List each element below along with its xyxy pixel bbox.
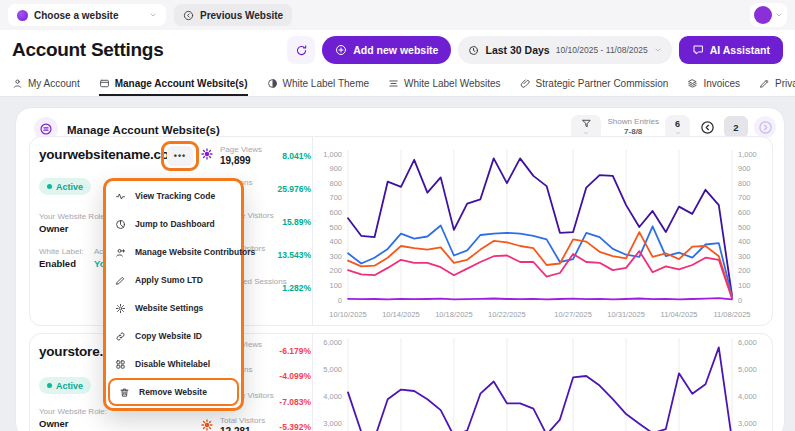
date-range-picker[interactable]: Last 30 Days 10/10/2025 - 11/08/2025 <box>458 36 671 64</box>
menu-item-remove-website[interactable]: Remove Website <box>108 378 239 406</box>
app-window: Choose a website Previous Website Accoun… <box>0 0 795 431</box>
website-favicon-icon <box>17 10 28 21</box>
menu-item-copy-website-id[interactable]: Copy Website ID <box>106 322 241 350</box>
settings-tabs: My AccountManage Account Website(s)White… <box>0 70 795 97</box>
tab-invoices[interactable]: Invoices <box>687 70 740 96</box>
website-traffic-chart: 10/10/202510/14/202510/18/202510/22/2025… <box>312 334 772 431</box>
stat-percentage: -6.179% <box>279 346 311 356</box>
previous-page-button[interactable] <box>696 116 718 138</box>
tab-strategic-partner-commission[interactable]: Strategic Partner Commission <box>520 70 669 96</box>
svg-text:0: 0 <box>338 296 342 305</box>
svg-text:4,000: 4,000 <box>738 392 757 401</box>
tab-my-account[interactable]: My Account <box>12 70 80 96</box>
svg-text:10/18/2025: 10/18/2025 <box>435 310 473 319</box>
paperclip-icon <box>520 78 531 89</box>
svg-text:3,000: 3,000 <box>738 419 757 428</box>
menu-item-label: Copy Website ID <box>135 331 202 341</box>
pen-icon <box>759 78 770 89</box>
status-dot-icon <box>47 383 52 388</box>
svg-text:100: 100 <box>329 281 342 290</box>
svg-text:4,000: 4,000 <box>323 392 342 401</box>
tab-white-label-theme[interactable]: White Label Theme <box>267 70 370 96</box>
header-actions: Add new website Last 30 Days 10/10/2025 … <box>287 36 783 64</box>
layers-icon <box>687 78 698 89</box>
menu-item-jump-to-dashboard[interactable]: Jump to Dashboard <box>106 210 241 238</box>
svg-text:600: 600 <box>738 208 751 217</box>
website-actions-menu-button[interactable]: ••• <box>167 146 193 166</box>
svg-text:1,000: 1,000 <box>738 150 757 159</box>
previous-website-label: Previous Website <box>200 10 283 21</box>
menu-item-apply-sumo-ltd[interactable]: Apply Sumo LTD <box>106 266 241 294</box>
refresh-icon <box>295 44 308 57</box>
tab-label: White Label Websites <box>404 78 501 89</box>
website-actions-context-menu: View Tracking CodeJump to DashboardManag… <box>103 178 244 411</box>
tab-privacy-consents[interactable]: Privacy Consents <box>759 70 795 96</box>
svg-text:0: 0 <box>738 296 742 305</box>
topbar: Choose a website Previous Website <box>0 0 795 30</box>
menu-item-view-tracking-code[interactable]: View Tracking Code <box>106 182 241 210</box>
white-label-label: White Label: <box>39 247 83 256</box>
user-icon <box>12 78 23 89</box>
status-badge: Active <box>39 178 91 195</box>
user-plus-icon <box>115 247 126 258</box>
menu-item-manage-website-contributors[interactable]: Manage Website Contributors <box>106 238 241 266</box>
add-new-website-button[interactable]: Add new website <box>322 36 451 64</box>
website-traffic-chart: 10/10/202510/14/202510/18/202510/22/2025… <box>312 137 772 325</box>
date-range-label: Last 30 Days <box>485 44 549 56</box>
status-dot-icon <box>47 184 52 189</box>
choose-website-dropdown[interactable]: Choose a website <box>8 4 166 26</box>
browser-icon <box>99 78 110 89</box>
clock-icon <box>468 45 479 56</box>
svg-text:500: 500 <box>329 223 342 232</box>
stat-percentage: 15.89% <box>282 217 311 227</box>
next-page-button[interactable] <box>754 116 776 138</box>
svg-text:200: 200 <box>329 266 342 275</box>
trash-icon <box>119 387 130 398</box>
svg-text:100: 100 <box>738 281 751 290</box>
series-visitors <box>348 347 732 431</box>
svg-text:10/31/2025: 10/31/2025 <box>607 310 645 319</box>
svg-text:200: 200 <box>738 266 751 275</box>
shown-entries-label: Shown Entries <box>607 117 659 127</box>
refresh-button[interactable] <box>287 36 315 64</box>
shown-entries: Shown Entries 7-8/8 <box>607 117 659 138</box>
ai-assistant-label: AI Assistant <box>710 44 770 56</box>
funnel-icon <box>581 118 592 129</box>
circle-arrow-left-icon <box>183 10 194 21</box>
gear-icon <box>115 303 126 314</box>
status-label: Active <box>56 182 83 192</box>
plus-circle-icon <box>335 44 347 56</box>
tab-label: My Account <box>28 78 80 89</box>
menu-item-label: View Tracking Code <box>135 191 215 201</box>
menu-item-website-settings[interactable]: Website Settings <box>106 294 241 322</box>
page-title: Account Settings <box>12 39 163 61</box>
svg-text:11/08/2025: 11/08/2025 <box>714 310 751 319</box>
series-total-visitors <box>348 251 732 298</box>
tab-white-label-websites[interactable]: White Label Websites <box>388 70 501 96</box>
circle-arrow-left-icon <box>700 120 715 135</box>
sun-badge-icon <box>199 146 215 162</box>
panel-title: Manage Account Website(s) <box>67 124 220 136</box>
chevron-down-icon <box>775 11 783 19</box>
svg-text:800: 800 <box>738 179 751 188</box>
svg-text:400: 400 <box>329 237 342 246</box>
status-label: Active <box>56 381 83 391</box>
user-menu[interactable] <box>750 3 787 27</box>
ai-assistant-button[interactable]: AI Assistant <box>679 36 783 64</box>
website-domain: yourwebsitename.com <box>39 147 181 162</box>
tab-manage-account-website-s[interactable]: Manage Account Website(s) <box>99 70 248 96</box>
menu-item-label: Website Settings <box>135 303 203 313</box>
role-label: Your Website Role: <box>39 407 107 416</box>
svg-text:5,000: 5,000 <box>738 365 757 374</box>
menu-item-disable-whitelabel[interactable]: Disable Whitelabel <box>106 350 241 378</box>
svg-text:11/04/2025: 11/04/2025 <box>661 310 698 319</box>
svg-text:10/22/2025: 10/22/2025 <box>488 310 526 319</box>
previous-website-button[interactable]: Previous Website <box>174 4 292 26</box>
svg-text:10/10/2025: 10/10/2025 <box>329 310 367 319</box>
stack-lines-icon <box>388 78 399 89</box>
menu-item-label: Jump to Dashboard <box>135 219 215 229</box>
chevron-down-icon <box>654 46 662 54</box>
current-page-indicator: 2 <box>724 116 748 138</box>
stat-percentage: 8.041% <box>282 151 311 161</box>
role-value: Owner <box>39 223 69 234</box>
